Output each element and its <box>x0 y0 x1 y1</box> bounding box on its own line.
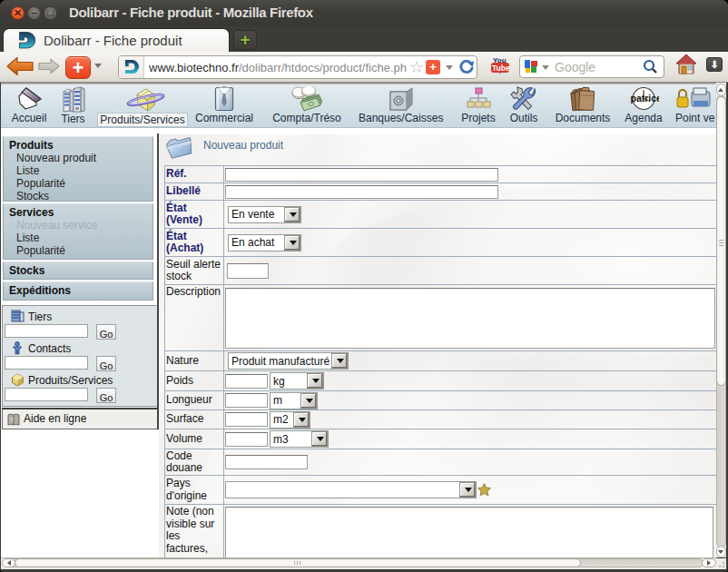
svg-text:patrice: patrice <box>631 93 660 104</box>
svg-text:Tube: Tube <box>492 64 510 73</box>
svg-text:?: ? <box>10 417 14 423</box>
